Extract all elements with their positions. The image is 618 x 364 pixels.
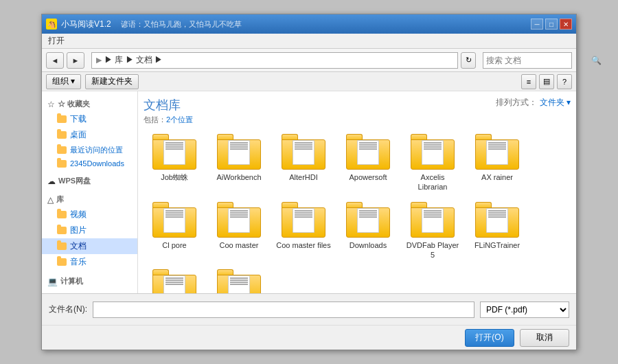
sidebar-item-video[interactable]: 视频	[42, 207, 137, 223]
folder-item[interactable]: Kuttools for Excel	[144, 266, 205, 293]
folder-name: FLiNGTrainer	[474, 240, 520, 250]
file-view: 文档库 包括：2个位置 排列方式： 文件夹 ▾ Job蜘蛛	[138, 91, 576, 293]
view-button-list[interactable]: ≡	[521, 74, 536, 89]
folder-doc	[228, 208, 250, 233]
folder-body	[152, 139, 196, 170]
sidebar-favorites-section: ☆ ☆ 收藏夹 下载 桌面 最近访问的位置 2345Download	[42, 97, 137, 170]
sidebar-item-video-label: 视频	[70, 209, 87, 220]
folder-item[interactable]: Axcelis Librarian	[402, 130, 464, 196]
refresh-button[interactable]: ↻	[461, 52, 476, 69]
folder-item[interactable]: League of Legends	[208, 266, 270, 293]
sidebar-item-documents-label: 文档	[70, 240, 87, 252]
title-bar-left: 🐴 小马阅读V1.2 谚语：又怕马儿跑，又怕马儿不吃草	[46, 19, 242, 30]
minimize-button[interactable]: ─	[531, 19, 543, 30]
app-title: 小马阅读V1.2	[61, 19, 111, 30]
folder-body	[411, 139, 455, 170]
folder-item[interactable]: AlterHDI	[273, 130, 334, 196]
folder-doc	[163, 140, 185, 165]
include-link[interactable]: 2个位置	[166, 115, 193, 124]
cancel-button[interactable]: 取消	[520, 329, 569, 347]
folder-icon	[57, 242, 67, 250]
folder-name: AX rainer	[481, 172, 513, 182]
sidebar-item-documents[interactable]: 文档	[42, 238, 137, 254]
sidebar-favorites-label: ☆ 收藏夹	[58, 99, 90, 109]
sidebar-wps-label: WPS网盘	[58, 176, 91, 186]
sidebar-favorites-header[interactable]: ☆ ☆ 收藏夹	[42, 97, 137, 111]
close-button[interactable]: ✕	[560, 19, 572, 30]
filename-input[interactable]	[93, 302, 474, 318]
folder-body	[282, 139, 325, 170]
folder-icon-large	[411, 134, 455, 170]
new-folder-button[interactable]: 新建文件夹	[85, 74, 139, 89]
folder-icon-large	[346, 134, 390, 170]
folder-icon	[57, 160, 67, 168]
folder-name: DVDFab Player 5	[405, 240, 460, 260]
search-input[interactable]	[486, 56, 589, 65]
sidebar-item-pictures-label: 图片	[70, 225, 87, 236]
sidebar-computer-header[interactable]: 💻 计算机	[42, 274, 137, 288]
file-view-header: 文档库 包括：2个位置 排列方式： 文件夹 ▾	[144, 97, 571, 125]
sidebar-item-2345-label: 2345Downloads	[70, 159, 124, 168]
folder-icon-large	[411, 202, 455, 238]
sidebar-item-music[interactable]: 音乐	[42, 254, 137, 270]
maximize-button[interactable]: □	[545, 19, 558, 30]
folder-item[interactable]: AX rainer	[466, 130, 528, 196]
sidebar-library-header[interactable]: △ 库	[42, 192, 137, 207]
sidebar-item-2345[interactable]: 2345Downloads	[42, 157, 137, 170]
sidebar-item-downloads[interactable]: 下载	[42, 111, 137, 127]
folder-icon-large	[475, 202, 519, 238]
organize-button[interactable]: 组织 ▾	[46, 74, 81, 89]
address-bar[interactable]: ▶ ▶ 库 ▶ 文档 ▶	[91, 52, 458, 69]
folder-name: Downloads	[350, 240, 387, 250]
folder-icon-large	[282, 134, 325, 170]
folder-icon	[57, 211, 67, 218]
title-bar: 🐴 小马阅读V1.2 谚语：又怕马儿跑，又怕马儿不吃草 ─ □ ✕	[42, 14, 576, 34]
folder-icon	[57, 146, 67, 154]
folder-item[interactable]: DVDFab Player 5	[402, 198, 464, 264]
folder-icon-large	[346, 202, 390, 238]
folder-body	[475, 139, 519, 170]
folder-body	[152, 275, 196, 293]
folder-name: Job蜘蛛	[161, 172, 188, 182]
sort-by-button[interactable]: 文件夹 ▾	[540, 97, 571, 109]
triangle-icon: △	[47, 195, 54, 205]
folder-doc	[422, 140, 444, 165]
folder-doc	[357, 140, 379, 165]
folder-item[interactable]: Cl pore	[144, 198, 205, 264]
folder-icon	[57, 131, 67, 139]
folder-item[interactable]: AiWorkbench	[208, 130, 270, 196]
folder-icon-large	[152, 134, 196, 170]
open-button[interactable]: 打开(O)	[465, 329, 514, 347]
sidebar-item-pictures[interactable]: 图片	[42, 223, 137, 238]
star-icon: ☆	[47, 100, 55, 109]
sidebar-wps-header[interactable]: ☁ WPS网盘	[42, 174, 137, 188]
folder-item[interactable]: FLiNGTrainer	[466, 198, 528, 264]
folder-body	[346, 139, 390, 170]
folder-body	[282, 207, 325, 238]
sidebar-item-desktop[interactable]: 桌面	[42, 127, 137, 143]
folder-body	[152, 207, 196, 238]
search-bar[interactable]: 🔍	[483, 52, 572, 69]
sidebar-item-recent[interactable]: 最近访问的位置	[42, 143, 137, 157]
forward-button[interactable]: ►	[67, 52, 84, 69]
computer-icon: 💻	[47, 277, 58, 286]
menu-open[interactable]: 打开	[46, 34, 67, 47]
folder-icon-large	[475, 134, 519, 170]
folder-body	[411, 207, 455, 238]
back-button[interactable]: ◄	[46, 52, 64, 69]
folder-item[interactable]: Coo master files	[273, 198, 334, 264]
folder-name: Cl pore	[162, 240, 186, 250]
folder-icon-large	[152, 269, 196, 293]
folder-item[interactable]: Downloads	[337, 198, 399, 264]
folder-item[interactable]: Apowersoft	[337, 130, 399, 196]
view-button-details[interactable]: ▤	[539, 74, 554, 89]
help-button[interactable]: ?	[557, 74, 572, 89]
folder-icon	[57, 227, 67, 234]
folder-item[interactable]: Job蜘蛛	[144, 130, 205, 196]
toolbar: ◄ ► ▶ ▶ 库 ▶ 文档 ▶ ↻ 🔍	[42, 49, 576, 72]
folder-body	[217, 207, 261, 238]
folder-item[interactable]: Coo master	[208, 198, 270, 264]
filetype-select[interactable]: PDF (*.pdf)	[480, 302, 569, 318]
library-title: 文档库	[144, 97, 193, 113]
folder-name: Apowersoft	[349, 172, 387, 182]
